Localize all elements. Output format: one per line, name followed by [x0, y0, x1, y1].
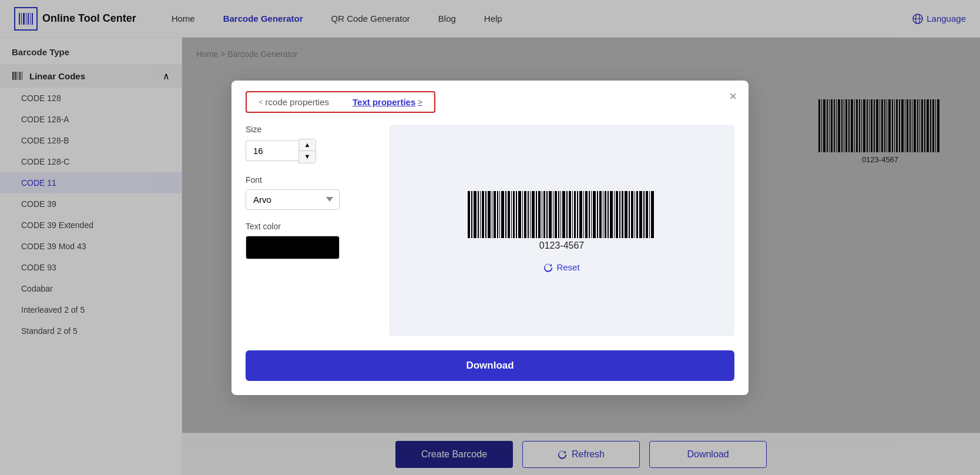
svg-rect-67: [474, 191, 476, 238]
svg-rect-109: [591, 191, 592, 238]
svg-rect-94: [549, 191, 552, 238]
svg-rect-78: [505, 191, 506, 238]
svg-rect-124: [635, 191, 635, 238]
font-label: Font: [246, 175, 375, 185]
svg-rect-128: [646, 191, 648, 238]
svg-rect-116: [610, 191, 613, 238]
modal-download-button[interactable]: Download: [246, 350, 734, 381]
svg-rect-88: [532, 191, 535, 238]
svg-rect-66: [471, 191, 472, 238]
svg-rect-101: [569, 191, 571, 238]
svg-rect-115: [608, 191, 609, 238]
svg-rect-104: [577, 191, 578, 238]
svg-rect-123: [631, 191, 633, 238]
svg-text:0123-4567: 0123-4567: [539, 240, 585, 250]
svg-rect-106: [583, 191, 584, 238]
svg-rect-121: [625, 191, 627, 238]
reset-label: Reset: [556, 262, 579, 272]
svg-rect-129: [649, 191, 650, 238]
svg-rect-99: [562, 191, 565, 238]
svg-rect-120: [622, 191, 623, 238]
tab-text-label: Text properties: [353, 97, 415, 107]
svg-rect-103: [574, 191, 576, 238]
svg-rect-102: [572, 191, 573, 238]
size-increment-button[interactable]: ▲: [299, 139, 316, 151]
svg-rect-85: [524, 191, 526, 238]
modal-body: Size ▲ ▼ Font Arvo Arial Times New Roman…: [231, 113, 749, 350]
svg-rect-112: [599, 191, 602, 238]
svg-rect-70: [482, 191, 484, 238]
svg-rect-122: [629, 191, 630, 238]
size-label: Size: [246, 125, 375, 134]
svg-rect-100: [566, 191, 568, 238]
modal-tabs: < rcode properties Text properties >: [246, 91, 435, 113]
svg-rect-93: [546, 191, 548, 238]
tab-barcode-label: rcode properties: [266, 97, 329, 107]
svg-rect-97: [558, 191, 559, 238]
svg-rect-73: [492, 191, 492, 238]
font-select-row: Font Arvo Arial Times New Roman Courier …: [246, 175, 375, 210]
svg-rect-96: [555, 191, 557, 238]
svg-rect-65: [468, 191, 470, 238]
svg-rect-89: [536, 191, 537, 238]
svg-rect-76: [499, 191, 500, 238]
svg-rect-72: [488, 191, 491, 238]
modal-barcode-svg: 0123-4567: [462, 188, 662, 253]
modal-close-button[interactable]: ×: [729, 90, 737, 103]
svg-rect-91: [542, 191, 542, 238]
svg-rect-119: [619, 191, 620, 238]
svg-rect-110: [593, 191, 596, 238]
svg-rect-84: [522, 191, 523, 238]
svg-rect-69: [480, 191, 481, 238]
barcode-preview: 0123-4567: [462, 188, 662, 253]
svg-rect-80: [511, 191, 512, 238]
svg-rect-111: [597, 191, 598, 238]
svg-rect-107: [585, 191, 588, 238]
svg-rect-114: [605, 191, 606, 238]
modal-controls: Size ▲ ▼ Font Arvo Arial Times New Roman…: [246, 125, 375, 336]
svg-rect-98: [561, 191, 561, 238]
svg-rect-126: [639, 191, 642, 238]
tab-text-properties[interactable]: Text properties >: [341, 92, 434, 112]
svg-rect-118: [616, 191, 618, 238]
svg-rect-90: [538, 191, 541, 238]
modal-header: < rcode properties Text properties > ×: [231, 81, 749, 113]
reset-icon: [543, 263, 553, 272]
font-select[interactable]: Arvo Arial Times New Roman Courier New G…: [246, 189, 340, 210]
size-input[interactable]: [246, 141, 298, 161]
svg-rect-81: [513, 191, 515, 238]
svg-rect-87: [530, 191, 531, 238]
left-arrow-icon: <: [259, 98, 263, 106]
svg-rect-127: [643, 191, 645, 238]
svg-rect-125: [636, 191, 638, 238]
svg-rect-117: [614, 191, 615, 238]
svg-rect-82: [516, 191, 517, 238]
svg-rect-105: [579, 191, 582, 238]
modal-overlay[interactable]: < rcode properties Text properties > × S…: [0, 0, 980, 475]
spinner-buttons: ▲ ▼: [298, 139, 316, 163]
reset-button[interactable]: Reset: [543, 262, 579, 272]
text-color-label: Text color: [246, 222, 375, 231]
text-color-swatch[interactable]: [246, 236, 340, 259]
svg-rect-83: [518, 191, 521, 238]
tab-barcode-properties[interactable]: < rcode properties: [247, 92, 341, 112]
svg-rect-79: [508, 191, 510, 238]
svg-rect-68: [478, 191, 479, 238]
svg-rect-74: [494, 191, 496, 238]
svg-rect-71: [485, 191, 486, 238]
svg-rect-130: [651, 191, 654, 238]
svg-rect-92: [543, 191, 545, 238]
svg-rect-77: [501, 191, 504, 238]
svg-rect-75: [497, 191, 498, 238]
modal-preview: 0123-4567 Reset: [389, 125, 734, 336]
svg-rect-95: [553, 191, 553, 238]
right-arrow-icon: >: [418, 98, 422, 106]
svg-rect-113: [603, 191, 603, 238]
modal: < rcode properties Text properties > × S…: [231, 81, 749, 395]
size-decrement-button[interactable]: ▼: [299, 151, 316, 163]
svg-rect-108: [589, 191, 590, 238]
size-input-row: ▲ ▼: [246, 139, 375, 163]
svg-rect-86: [528, 191, 529, 238]
